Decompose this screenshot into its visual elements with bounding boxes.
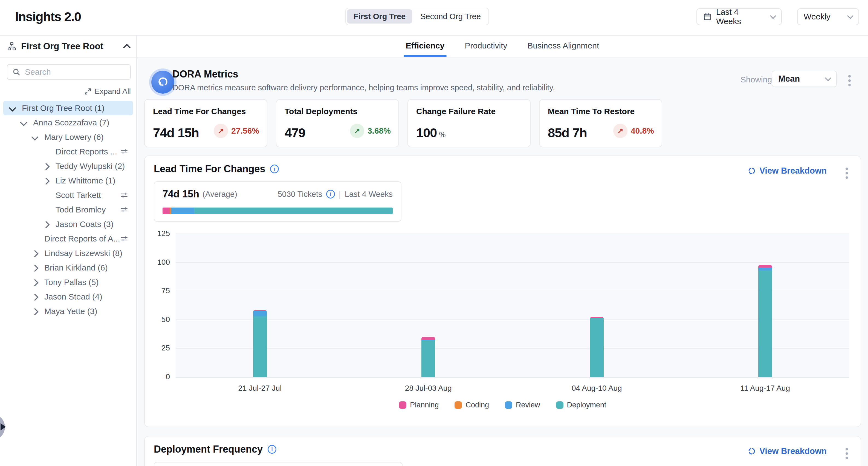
legend-label: Deployment <box>567 401 607 409</box>
x-axis-tick-label: 11 Aug-17 Aug <box>740 384 790 392</box>
lead-time-kebab-menu[interactable] <box>844 167 849 180</box>
expand-arrows-icon <box>84 88 91 95</box>
tree-item-label: Jason Stead (4) <box>44 289 102 304</box>
tree-item[interactable]: Maya Yette (3) <box>3 304 133 318</box>
tree-item[interactable]: Lindsay Liszewski (8) <box>3 246 133 260</box>
tree-item[interactable]: First Org Tree Root (1) <box>3 101 133 115</box>
tab-productivity[interactable]: Productivity <box>465 35 507 57</box>
trend-up-arrow-icon: ↗ <box>350 124 364 138</box>
tree-item-label: Anna Scozzafava (7) <box>33 115 109 130</box>
chevron-right-icon[interactable] <box>42 177 50 185</box>
info-icon[interactable]: i <box>326 190 335 199</box>
chevron-right-icon[interactable] <box>42 221 50 228</box>
toggle-second-org-tree[interactable]: Second Org Tree <box>414 9 487 24</box>
chevron-down-icon <box>770 12 776 19</box>
chevron-right-icon[interactable] <box>31 279 39 286</box>
metric-card: Total Deployments479↗3.68% <box>276 99 399 147</box>
range-label: Last 4 Weeks <box>345 190 393 199</box>
tree-item[interactable]: Jason Coats (3) <box>3 217 133 231</box>
search-icon <box>12 68 21 76</box>
chart-plot-area <box>176 234 849 378</box>
trend-badge: ↗40.8% <box>613 124 654 138</box>
dora-kebab-menu[interactable] <box>847 74 852 87</box>
collapse-chevron-up-icon[interactable] <box>123 44 130 51</box>
tree-item[interactable]: Teddy Wylupski (2) <box>3 159 133 173</box>
org-tree-toggle: First Org Tree Second Org Tree <box>345 8 489 25</box>
tree-item-label: Scott Tarkett <box>56 188 101 202</box>
top-header: Insights 2.0 First Org Tree Second Org T… <box>0 0 868 36</box>
tree-item[interactable]: Direct Reports ... <box>3 144 133 159</box>
filter-icon[interactable] <box>120 148 128 155</box>
chevron-down-icon[interactable] <box>20 119 27 126</box>
trend-badge: ↗27.56% <box>214 124 259 138</box>
chevron-right-icon[interactable] <box>31 308 39 315</box>
tree-item-label: Direct Reports of A... <box>44 231 120 246</box>
filter-icon[interactable] <box>120 235 128 242</box>
y-axis-tick-label: 125 <box>147 229 170 238</box>
bar-segment-review <box>253 311 267 316</box>
info-icon[interactable]: i <box>268 445 276 454</box>
tree-item[interactable]: Liz Whittome (1) <box>3 173 133 188</box>
chevron-right-icon[interactable] <box>31 250 39 257</box>
chevron-down-icon[interactable] <box>9 104 16 112</box>
metric-label: Lead Time For Changes <box>153 107 258 116</box>
deployment-frequency-title: Deployment Frequency <box>154 443 263 455</box>
toggle-divider <box>413 11 413 22</box>
average-summary-card: 74d 15h (Average) 5030 Tickets i | Last … <box>154 181 401 222</box>
chevron-right-icon[interactable] <box>31 293 39 301</box>
chevron-down-icon <box>825 75 831 81</box>
chevron-down-icon[interactable] <box>31 133 39 141</box>
info-icon[interactable]: i <box>270 165 279 173</box>
x-axis-tick-label: 28 Jul-03 Aug <box>405 384 452 392</box>
deployment-frequency-kebab-menu[interactable] <box>844 447 849 460</box>
distribution-segment-planning <box>162 207 170 214</box>
aggregation-value: Mean <box>778 74 800 84</box>
page-title: Insights 2.0 <box>15 9 81 24</box>
metric-value: 74d 15h <box>153 125 199 140</box>
tab-business-alignment[interactable]: Business Alignment <box>527 35 599 57</box>
chevron-down-icon <box>847 12 854 19</box>
filter-icon[interactable] <box>120 192 128 199</box>
trend-up-arrow-icon: ↗ <box>613 124 627 138</box>
filter-icon[interactable] <box>120 206 128 213</box>
legend-swatch <box>505 401 512 409</box>
tree-item[interactable]: Scott Tarkett <box>3 188 133 202</box>
chevron-right-icon[interactable] <box>31 264 39 272</box>
view-breakdown-link[interactable]: View Breakdown <box>748 166 827 176</box>
toggle-first-org-tree[interactable]: First Org Tree <box>347 9 412 24</box>
tree-item[interactable]: Tony Pallas (5) <box>3 275 133 289</box>
tree-item-label: First Org Tree Root (1) <box>22 101 104 115</box>
y-axis-tick-label: 75 <box>147 286 170 295</box>
trend-delta: 40.8% <box>631 126 654 136</box>
tree-item[interactable]: Brian Kirkland (6) <box>3 260 133 275</box>
legend-swatch <box>399 401 406 409</box>
trend-up-arrow-icon: ↗ <box>214 124 228 138</box>
granularity-select[interactable]: Weekly <box>797 8 859 25</box>
dora-section-subtitle: DORA metrics measure software delivery p… <box>173 83 555 92</box>
sidebar-title: First Org Tree Root <box>21 41 103 52</box>
legend-label: Review <box>516 401 540 409</box>
metric-card: Change Failure Rate100% <box>407 99 531 147</box>
search-input[interactable] <box>24 67 125 77</box>
deployment-frequency-title-row: Deployment Frequency i <box>154 443 276 455</box>
tree-item[interactable]: Anna Scozzafava (7) <box>3 115 133 130</box>
sidebar-header: First Org Tree Root <box>0 35 136 58</box>
tab-efficiency[interactable]: Efficiency <box>406 35 445 57</box>
average-label: (Average) <box>203 190 237 199</box>
bar-segment-deployment <box>422 340 435 377</box>
org-chart-icon <box>7 41 17 51</box>
view-breakdown-link[interactable]: View Breakdown <box>748 446 827 456</box>
tree-item[interactable]: Todd Bromley <box>3 202 133 217</box>
tree-item[interactable]: Mary Lowery (6) <box>3 130 133 144</box>
tree-item[interactable]: Jason Stead (4) <box>3 289 133 304</box>
bar-28-jul-03-aug <box>422 337 435 377</box>
date-range-select[interactable]: Last 4 Weeks <box>696 8 782 25</box>
aggregation-select[interactable]: Mean <box>772 70 837 87</box>
dora-section-title: DORA Metrics <box>173 68 238 80</box>
metric-card: Mean Time To Restore85d 7h↗40.8% <box>539 99 662 147</box>
y-axis-tick-label: 50 <box>147 315 170 324</box>
expand-all-button[interactable]: Expand All <box>84 87 131 96</box>
tree-item[interactable]: Direct Reports of A... <box>3 231 133 246</box>
tree-item-label: Teddy Wylupski (2) <box>56 159 125 173</box>
chevron-right-icon[interactable] <box>42 163 50 170</box>
